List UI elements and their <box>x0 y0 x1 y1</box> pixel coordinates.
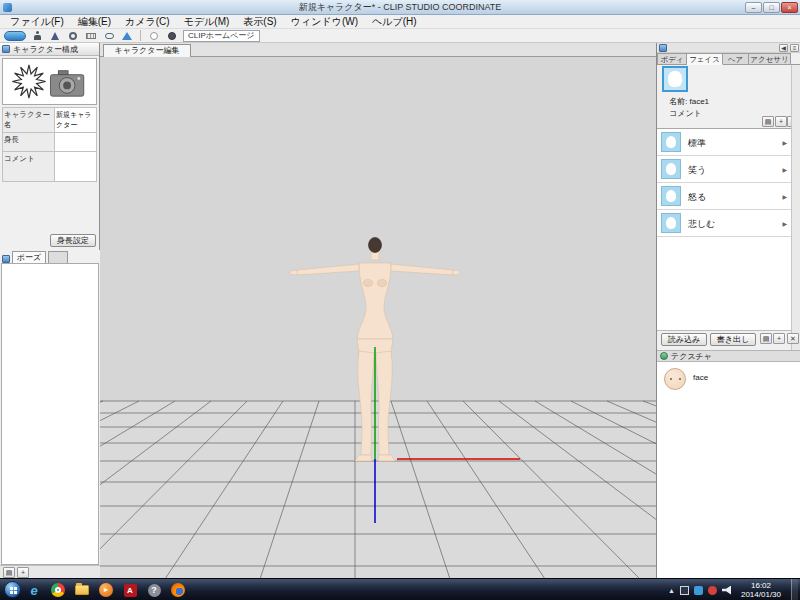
add-pose-button[interactable]: + <box>17 567 29 578</box>
adobe-reader-icon[interactable]: A <box>122 582 138 598</box>
tab-body[interactable]: ボディ <box>657 53 687 65</box>
expression-thumbnail <box>661 186 681 206</box>
texture-list: face <box>657 362 800 578</box>
editor-tabbar: キャラクター編集 <box>100 43 656 57</box>
firefox-icon[interactable] <box>170 582 186 598</box>
character-image-placeholder[interactable] <box>2 58 97 105</box>
add-button[interactable]: + <box>773 333 785 344</box>
flask-tool-button[interactable] <box>48 30 62 42</box>
ruler-tool-button[interactable] <box>84 30 98 42</box>
new-folder-button[interactable]: ▤ <box>760 333 772 344</box>
face-silhouette-icon <box>666 136 677 149</box>
height-setting-button[interactable]: 身長設定 <box>50 234 96 247</box>
ie-icon[interactable]: e <box>26 582 42 598</box>
ruler-icon <box>86 33 96 39</box>
face-silhouette-icon <box>666 163 677 176</box>
expand-arrow-icon[interactable]: ▶ <box>782 139 787 146</box>
tray-status-icon-1[interactable] <box>680 586 689 595</box>
face-io-buttons: 読み込み 書き出し ▤ + ✕ <box>657 331 800 349</box>
tab-pose-secondary[interactable] <box>48 251 68 263</box>
new-folder-button[interactable]: ▤ <box>762 116 774 127</box>
windows-taskbar: e ▸ A ? ▲ 16:02 2014/01/30 <box>0 578 800 600</box>
flask-icon <box>51 32 59 40</box>
comment-label: コメント <box>3 152 55 182</box>
menu-camera[interactable]: カメラ(C) <box>118 15 177 28</box>
texture-thumbnail-face[interactable] <box>664 368 686 390</box>
triangle-tool-button[interactable] <box>120 30 134 42</box>
tray-clock[interactable]: 16:02 2014/01/30 <box>736 581 786 599</box>
add-expression-button[interactable]: + <box>775 116 787 127</box>
face-name-value[interactable]: face1 <box>689 97 709 106</box>
gear-icon <box>69 32 77 40</box>
character-name-value[interactable]: 新規キャラクター <box>55 108 97 133</box>
new-folder-button[interactable]: ▤ <box>3 567 15 578</box>
face-thumbnail-selected[interactable] <box>662 66 688 92</box>
panel-collapse-button[interactable]: ◀ <box>779 44 788 52</box>
figure-tool-button[interactable] <box>30 30 44 42</box>
menu-model[interactable]: モデル(M) <box>177 15 237 28</box>
expand-arrow-icon[interactable]: ▶ <box>782 220 787 227</box>
table-row: コメント <box>3 152 97 182</box>
menu-file[interactable]: ファイル(F) <box>3 15 71 28</box>
face-name-label: 名前: <box>669 97 687 106</box>
delete-button[interactable]: ✕ <box>787 333 799 344</box>
minimize-button[interactable]: – <box>745 2 762 13</box>
tray-status-icon-3[interactable] <box>708 586 717 595</box>
tab-character-edit[interactable]: キャラクター編集 <box>103 44 191 57</box>
tray-status-icon-2[interactable] <box>694 586 703 595</box>
pose-panel-icon <box>2 255 10 263</box>
clip-homepage-button[interactable]: CLIPホームページ <box>183 30 260 42</box>
expression-row-standard[interactable]: 標準 ▶ <box>657 129 791 156</box>
viewport-3d[interactable] <box>100 57 656 578</box>
gear-tool-button[interactable] <box>66 30 80 42</box>
show-desktop-button[interactable] <box>791 579 798 600</box>
expression-row-angry[interactable]: 怒る ▶ <box>657 183 791 210</box>
tab-pose[interactable]: ポーズ <box>12 251 46 263</box>
character-name-label: キャラクター名 <box>3 108 55 133</box>
menu-view[interactable]: 表示(S) <box>236 15 283 28</box>
pose-list-area[interactable] <box>1 263 99 565</box>
load-button[interactable]: 読み込み <box>661 333 707 346</box>
left-panel-header: キャラクター構成 <box>0 43 99 56</box>
export-button[interactable]: 書き出し <box>710 333 756 346</box>
height-value[interactable] <box>55 133 97 152</box>
expression-row-laugh[interactable]: 笑う ▶ <box>657 156 791 183</box>
expression-row-sad[interactable]: 悲しむ ▶ <box>657 210 791 237</box>
link-tool-button[interactable] <box>102 30 116 42</box>
explorer-folder-icon[interactable] <box>74 582 90 598</box>
start-button[interactable] <box>4 581 21 598</box>
expression-label: 笑う <box>688 164 706 177</box>
expand-arrow-icon[interactable]: ▶ <box>782 193 787 200</box>
media-player-icon[interactable]: ▸ <box>98 582 114 598</box>
tab-accessory[interactable]: アクセサリ <box>749 53 791 65</box>
system-tray: ▲ 16:02 2014/01/30 <box>668 579 800 600</box>
expression-thumbnail <box>661 132 681 152</box>
texture-section-header[interactable]: テクスチャ <box>657 350 800 362</box>
help-app-icon[interactable]: ? <box>146 582 162 598</box>
menu-help[interactable]: ヘルプ(H) <box>365 15 424 28</box>
right-panel-icon <box>659 44 667 52</box>
pose-panel-footer: ▤ + <box>0 565 100 578</box>
tab-hair[interactable]: ヘア <box>723 53 749 65</box>
expand-arrow-icon[interactable]: ▶ <box>782 166 787 173</box>
title-bar: 新規キャラクター* - CLIP STUDIO COORDINATE – □ × <box>0 0 800 15</box>
expression-toolbar: ▤ + ✕ <box>657 115 800 129</box>
chrome-icon[interactable] <box>50 582 66 598</box>
maximize-button[interactable]: □ <box>763 2 780 13</box>
menu-window[interactable]: ウィンドウ(W) <box>284 15 365 28</box>
tab-face[interactable]: フェイス <box>687 53 723 65</box>
menu-edit[interactable]: 編集(E) <box>71 15 118 28</box>
expression-label: 標準 <box>688 137 706 150</box>
menu-bar: ファイル(F) 編集(E) カメラ(C) モデル(M) 表示(S) ウィンドウ(… <box>0 15 800 29</box>
light-mode-button[interactable] <box>147 30 161 42</box>
texture-item-label: face <box>693 373 708 382</box>
character-info-table: キャラクター名 新規キャラクター 身長 コメント <box>2 107 97 182</box>
comment-value[interactable] <box>55 152 97 182</box>
panel-menu-button[interactable]: ≡ <box>790 44 799 52</box>
close-button[interactable]: × <box>781 2 798 13</box>
pose-panel-tabbar: ポーズ <box>0 250 100 263</box>
dark-mode-button[interactable] <box>165 30 179 42</box>
tray-volume-icon[interactable] <box>722 586 731 595</box>
tray-expand-icon[interactable]: ▲ <box>668 587 675 594</box>
tabbar-filler <box>791 53 800 65</box>
